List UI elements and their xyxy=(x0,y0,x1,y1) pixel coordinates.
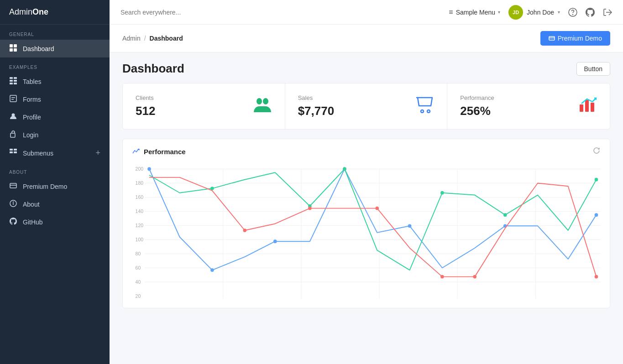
search-input[interactable] xyxy=(120,9,441,16)
button-default-label: Button xyxy=(584,65,602,73)
sample-menu[interactable]: ≡ Sample Menu ▾ xyxy=(449,8,500,16)
stat-card-performance: Performance 256% xyxy=(447,83,610,129)
sidebar-item-label-github: GitHub xyxy=(23,218,43,226)
svg-point-77 xyxy=(473,275,476,279)
svg-rect-8 xyxy=(10,83,13,84)
stat-label-sales: Sales xyxy=(298,94,335,101)
chart-refresh-icon[interactable] xyxy=(592,146,601,156)
svg-point-23 xyxy=(13,202,14,203)
chart-section: Performance 200 180 160 140 120 100 80 6… xyxy=(122,139,610,308)
chart-title-label: Performance xyxy=(144,148,186,156)
svg-rect-2 xyxy=(10,48,13,52)
stat-value-sales: $7,770 xyxy=(298,104,335,118)
sidebar-section-label-about: ABOUT xyxy=(0,162,110,177)
svg-rect-7 xyxy=(14,80,17,82)
svg-rect-16 xyxy=(14,149,17,151)
github-icon xyxy=(9,218,17,226)
premium-demo-button[interactable]: Premium Demo xyxy=(540,31,610,46)
sidebar-item-label-profile: Profile xyxy=(23,114,41,121)
breadcrumb-bar: Admin / Dashboard Premium Demo xyxy=(110,25,623,52)
stat-card-clients: Clients 512 xyxy=(123,83,285,129)
button-default[interactable]: Button xyxy=(576,62,610,76)
svg-point-28 xyxy=(257,98,262,104)
svg-point-25 xyxy=(573,14,573,15)
page-title: Dashboard xyxy=(122,62,184,76)
sidebar-item-label-submenus: Submenus xyxy=(23,150,53,157)
svg-point-30 xyxy=(421,110,424,113)
github-topbar-icon[interactable] xyxy=(586,8,595,17)
svg-point-69 xyxy=(343,167,346,171)
sidebar-item-forms[interactable]: Forms xyxy=(0,90,110,108)
svg-text:160: 160 xyxy=(136,194,144,200)
svg-rect-10 xyxy=(10,95,16,102)
main-area: ≡ Sample Menu ▾ JD John Doe ▾ xyxy=(110,0,623,364)
breadcrumb-current: Dashboard xyxy=(150,35,183,42)
logout-icon[interactable] xyxy=(603,8,612,17)
sidebar-item-tables[interactable]: Tables xyxy=(0,73,110,90)
performance-icon xyxy=(579,96,597,116)
svg-point-67 xyxy=(210,187,214,190)
stat-label-clients: Clients xyxy=(136,94,155,101)
svg-text:180: 180 xyxy=(136,180,144,186)
forms-icon xyxy=(9,95,17,104)
svg-point-66 xyxy=(595,213,598,217)
user-badge[interactable]: JD John Doe ▾ xyxy=(508,5,560,20)
svg-point-74 xyxy=(308,207,312,210)
svg-point-31 xyxy=(427,110,430,113)
svg-rect-34 xyxy=(585,100,589,112)
sidebar-item-submenus[interactable]: Submenus + xyxy=(0,144,110,162)
stat-value-clients: 512 xyxy=(136,104,155,118)
performance-chart: 200 180 160 140 120 100 80 60 40 20 xyxy=(132,162,601,299)
svg-text:20: 20 xyxy=(136,293,141,299)
sidebar-item-about[interactable]: About xyxy=(0,195,110,213)
topbar: ≡ Sample Menu ▾ JD John Doe ▾ xyxy=(110,0,623,25)
help-icon[interactable] xyxy=(568,8,577,17)
tables-icon xyxy=(9,77,17,86)
svg-point-29 xyxy=(263,98,268,104)
content-area: Admin / Dashboard Premium Demo Dashboard… xyxy=(110,25,623,364)
sidebar-logo-bold: One xyxy=(32,7,48,17)
svg-rect-5 xyxy=(14,77,17,79)
svg-point-78 xyxy=(595,275,598,279)
sidebar-item-login[interactable]: Login xyxy=(0,126,110,144)
dashboard-icon xyxy=(9,44,17,53)
svg-rect-19 xyxy=(10,183,16,188)
svg-text:100: 100 xyxy=(136,237,144,242)
hamburger-icon: ≡ xyxy=(449,8,453,16)
breadcrumb-separator: / xyxy=(144,35,146,42)
login-icon xyxy=(9,130,17,139)
svg-text:80: 80 xyxy=(136,251,141,256)
sample-menu-chevron-icon: ▾ xyxy=(498,10,500,15)
sidebar-item-profile[interactable]: Profile xyxy=(0,108,110,126)
sidebar-item-dashboard[interactable]: Dashboard xyxy=(0,40,110,57)
sidebar-item-github[interactable]: GitHub xyxy=(0,213,110,231)
svg-rect-4 xyxy=(10,77,13,79)
stat-label-performance: Performance xyxy=(460,94,494,101)
user-chevron-icon: ▾ xyxy=(558,10,560,15)
svg-point-61 xyxy=(210,268,214,272)
svg-text:140: 140 xyxy=(136,208,144,214)
chart-title: Performance xyxy=(132,147,186,156)
profile-icon xyxy=(9,113,17,121)
user-name: John Doe xyxy=(527,9,554,16)
sidebar-section-examples: EXAMPLES Tables Forms Profile Login xyxy=(0,57,110,162)
svg-rect-9 xyxy=(14,83,17,84)
svg-rect-35 xyxy=(591,103,594,112)
premium-demo-button-label: Premium Demo xyxy=(558,35,602,42)
sidebar-section-label-examples: EXAMPLES xyxy=(0,57,110,73)
sidebar-section-general: GENERAL Dashboard xyxy=(0,25,110,57)
sidebar-section-label-general: GENERAL xyxy=(0,25,110,40)
svg-rect-1 xyxy=(14,44,17,47)
svg-point-71 xyxy=(503,213,507,217)
chart-wrap: 200 180 160 140 120 100 80 60 40 20 xyxy=(132,162,601,301)
stat-value-performance: 256% xyxy=(460,104,494,118)
sample-menu-label: Sample Menu xyxy=(456,9,495,16)
submenus-icon xyxy=(9,149,17,157)
sidebar: Admin One GENERAL Dashboard EXAMPLES Tab… xyxy=(0,0,110,364)
sidebar-logo: Admin One xyxy=(0,0,110,25)
sidebar-item-label-tables: Tables xyxy=(23,78,41,85)
svg-text:120: 120 xyxy=(136,223,144,228)
submenus-plus-icon[interactable]: + xyxy=(95,148,100,158)
sidebar-item-premium-demo[interactable]: Premium Demo xyxy=(0,177,110,195)
breadcrumb-parent: Admin xyxy=(122,35,141,42)
